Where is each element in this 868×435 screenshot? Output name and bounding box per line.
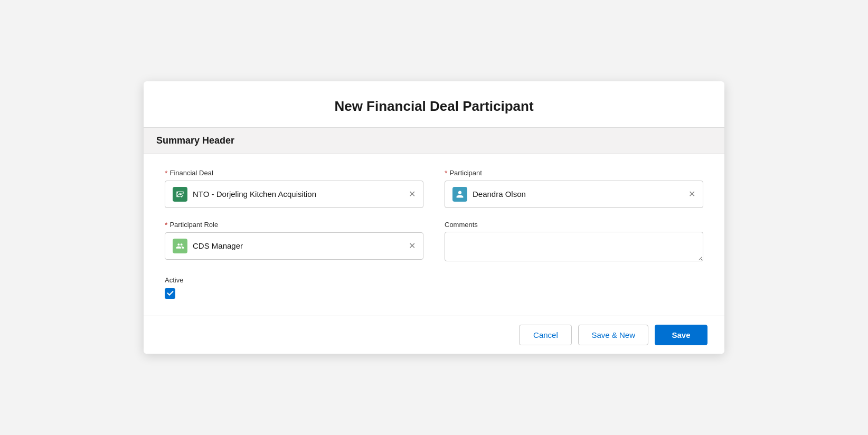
- financial-deal-group: * Financial Deal NTO - Dorjeling Kitchen…: [165, 169, 423, 208]
- save-new-button[interactable]: Save & New: [578, 325, 648, 345]
- financial-deal-label: * Financial Deal: [165, 169, 423, 177]
- participant-role-group: * Participant Role CDS Manager ✕: [165, 221, 423, 263]
- group-icon: [176, 242, 184, 250]
- participant-role-field[interactable]: CDS Manager ✕: [165, 232, 423, 260]
- handshake-icon: [176, 190, 184, 198]
- participant-role-clear-icon[interactable]: ✕: [409, 241, 416, 251]
- participant-icon: [452, 187, 467, 202]
- save-button[interactable]: Save: [655, 325, 707, 345]
- comments-group: Comments: [445, 221, 703, 263]
- participant-label: * Participant: [445, 169, 703, 177]
- person-icon: [456, 190, 464, 198]
- financial-deal-clear-icon[interactable]: ✕: [409, 189, 416, 199]
- participant-role-value: CDS Manager: [193, 241, 403, 250]
- active-checkbox[interactable]: [165, 288, 175, 299]
- form-row-1: * Financial Deal NTO - Dorjeling Kitchen…: [165, 169, 703, 208]
- financial-deal-icon: [173, 187, 187, 202]
- participant-clear-icon[interactable]: ✕: [688, 189, 695, 199]
- form-body: * Financial Deal NTO - Dorjeling Kitchen…: [144, 154, 724, 316]
- modal-header: New Financial Deal Participant: [144, 81, 724, 127]
- required-star-deal: *: [165, 169, 167, 177]
- comments-label: Comments: [445, 221, 703, 229]
- active-section: Active: [165, 276, 703, 299]
- check-icon: [167, 290, 174, 297]
- form-row-2: * Participant Role CDS Manager ✕ Commen: [165, 221, 703, 263]
- active-checkbox-wrapper[interactable]: [165, 288, 175, 299]
- financial-deal-field[interactable]: NTO - Dorjeling Kitchen Acquisition ✕: [165, 181, 423, 208]
- participant-value: Deandra Olson: [473, 190, 683, 198]
- modal-footer: Cancel Save & New Save: [144, 316, 724, 354]
- participant-group: * Participant Deandra Olson ✕: [445, 169, 703, 208]
- cancel-button[interactable]: Cancel: [519, 325, 572, 345]
- required-star-participant: *: [445, 169, 447, 177]
- financial-deal-value: NTO - Dorjeling Kitchen Acquisition: [193, 190, 403, 198]
- section-header: Summary Header: [144, 127, 724, 154]
- participant-field[interactable]: Deandra Olson ✕: [445, 181, 703, 208]
- active-label: Active: [165, 276, 703, 284]
- participant-role-icon: [173, 239, 187, 253]
- modal-title: New Financial Deal Participant: [165, 98, 703, 115]
- participant-role-label: * Participant Role: [165, 221, 423, 229]
- required-star-role: *: [165, 221, 167, 229]
- modal-container: New Financial Deal Participant Summary H…: [144, 81, 724, 354]
- comments-field[interactable]: [445, 232, 703, 261]
